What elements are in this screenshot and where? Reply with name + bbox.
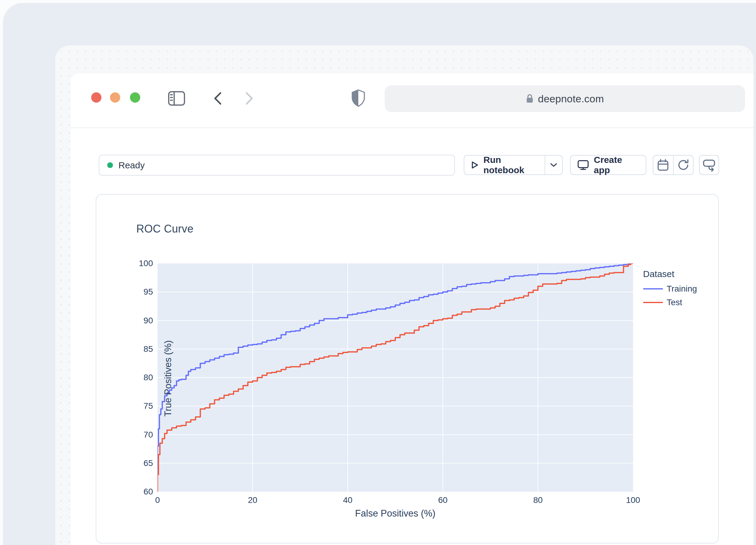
- create-app-label: Create app: [594, 155, 639, 175]
- x-axis-title: False Positives (%): [304, 508, 486, 519]
- minimize-window-button[interactable]: [110, 92, 120, 103]
- y-tick-label: 85: [129, 344, 153, 354]
- chart-title: ROC Curve: [136, 223, 194, 235]
- y-tick-label: 70: [129, 430, 153, 440]
- kernel-status-bar[interactable]: Ready: [99, 155, 455, 176]
- status-dot-icon: [107, 162, 113, 168]
- legend-item-training[interactable]: Training: [643, 284, 697, 294]
- y-axis-title: True Positives (%): [163, 287, 174, 469]
- sidebar-toggle-icon[interactable]: [167, 91, 186, 106]
- present-arrow-icon: [702, 158, 716, 172]
- present-button[interactable]: [699, 155, 719, 175]
- y-tick-label: 100: [129, 259, 153, 268]
- x-tick-label: 40: [334, 495, 361, 505]
- chevron-down-icon: [550, 163, 557, 167]
- x-tick-label: 100: [619, 495, 647, 505]
- x-tick-label: 60: [429, 495, 456, 505]
- legend-item-test[interactable]: Test: [643, 297, 697, 307]
- url-text: deepnote.com: [538, 93, 604, 105]
- run-notebook-button[interactable]: Run notebook: [464, 155, 563, 175]
- legend-label: Test: [667, 297, 682, 307]
- zoom-window-button[interactable]: [130, 92, 140, 103]
- x-tick-label: 0: [144, 495, 171, 505]
- shield-privacy-icon[interactable]: [351, 89, 366, 107]
- notebook-actions-group: [653, 155, 694, 175]
- legend-line-swatch: [643, 302, 663, 303]
- x-tick-label: 80: [524, 495, 552, 505]
- y-tick-label: 95: [129, 287, 153, 297]
- forward-button-icon[interactable]: [243, 91, 255, 106]
- run-notebook-label: Run notebook: [483, 155, 538, 175]
- address-bar[interactable]: deepnote.com: [385, 85, 745, 112]
- calendar-icon: [657, 159, 669, 171]
- roc-curves: [157, 264, 633, 492]
- x-tick-label: 20: [239, 495, 266, 505]
- run-options-caret[interactable]: [545, 156, 562, 175]
- schedule-button[interactable]: [653, 156, 673, 175]
- y-tick-label: 65: [129, 458, 153, 468]
- close-window-button[interactable]: [91, 92, 101, 103]
- play-icon: [471, 161, 479, 170]
- y-tick-label: 90: [129, 316, 153, 325]
- refresh-icon: [677, 159, 690, 171]
- y-tick-label: 80: [129, 373, 153, 382]
- restart-machine-button[interactable]: [673, 156, 693, 175]
- status-text: Ready: [118, 160, 145, 171]
- back-button-icon[interactable]: [212, 91, 224, 106]
- create-app-button[interactable]: Create app: [570, 155, 646, 175]
- lock-icon: [526, 94, 534, 104]
- legend-label: Training: [667, 284, 697, 294]
- legend-line-swatch: [643, 288, 663, 289]
- run-notebook-main[interactable]: Run notebook: [464, 156, 545, 175]
- roc-plot-area[interactable]: [157, 264, 633, 492]
- legend-title: Dataset: [643, 269, 697, 279]
- monitor-icon: [577, 160, 589, 171]
- chart-legend: Dataset TrainingTest: [643, 269, 697, 311]
- y-tick-label: 75: [129, 401, 153, 411]
